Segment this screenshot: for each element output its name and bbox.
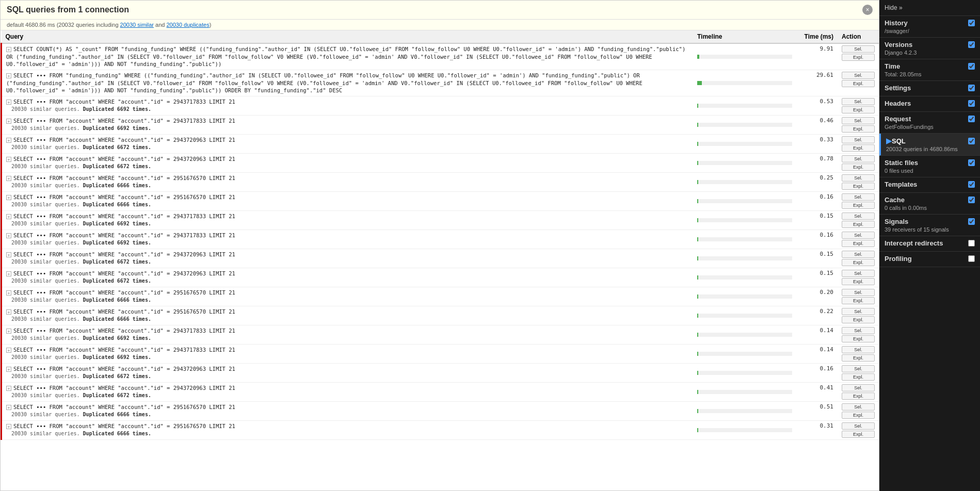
timeline-bar-wrap — [697, 314, 792, 318]
explain-button[interactable]: Expl. — [842, 259, 875, 266]
select-button[interactable]: Sel. — [842, 193, 875, 201]
timeline-bar — [697, 180, 698, 184]
rp-section-cache[interactable]: Cache0 calls in 0.00ms — [879, 193, 980, 215]
action-cell: Sel.Expl. — [838, 70, 879, 96]
explain-button[interactable]: Expl. — [842, 202, 875, 209]
rp-section-signals[interactable]: Signals39 receivers of 15 signals — [879, 215, 980, 236]
query-cell: +SELECT ••• FROM "account" WHERE "accoun… — [2, 421, 694, 440]
rp-section-settings[interactable]: Settings — [879, 81, 980, 96]
select-button[interactable]: Sel. — [842, 289, 875, 296]
explain-button[interactable]: Expl. — [842, 163, 875, 171]
select-button[interactable]: Sel. — [842, 327, 875, 334]
rp-section-versions[interactable]: VersionsDjango 4.2.3 — [879, 38, 980, 59]
timeline-bar-wrap — [697, 180, 792, 184]
action-cell: Sel.Expl. — [838, 268, 879, 287]
rp-section-history[interactable]: History/swagger/ — [879, 16, 980, 38]
query-sub-info: 20030 similar queries. Duplicated 6666 t… — [6, 297, 689, 304]
rp-checkbox-sql[interactable] — [968, 138, 975, 144]
explain-button[interactable]: Expl. — [842, 354, 875, 362]
rp-section-time[interactable]: TimeTotal: 28.05ms — [879, 59, 980, 81]
timeline-bar-wrap — [697, 218, 792, 222]
query-sub-info: 20030 similar queries. Duplicated 6692 t… — [6, 239, 689, 247]
select-button[interactable]: Sel. — [842, 346, 875, 353]
rp-checkbox-cache[interactable] — [968, 197, 975, 203]
select-button[interactable]: Sel. — [842, 72, 875, 79]
select-button[interactable]: Sel. — [842, 365, 875, 372]
rp-checkbox-static_files[interactable] — [968, 159, 975, 166]
rp-checkbox-time[interactable] — [968, 63, 975, 70]
rp-section-subtitle-signals: 39 receivers of 15 signals — [885, 226, 975, 233]
time-cell: 0.14 — [796, 325, 838, 345]
explain-button[interactable]: Expl. — [842, 373, 875, 381]
rp-checkbox-signals[interactable] — [968, 218, 975, 225]
summary-duplicates-link[interactable]: 20030 duplicates — [166, 22, 209, 28]
rp-checkbox-history[interactable] — [968, 20, 975, 26]
explain-button[interactable]: Expl. — [842, 240, 875, 247]
rp-section-intercept_redirects[interactable]: Intercept redirects — [879, 236, 980, 252]
select-button[interactable]: Sel. — [842, 155, 875, 162]
select-button[interactable]: Sel. — [842, 403, 875, 411]
summary-similar-link[interactable]: 20030 similar — [120, 22, 154, 28]
rp-checkbox-profiling[interactable] — [968, 255, 975, 262]
timeline-cell — [693, 96, 796, 116]
select-button[interactable]: Sel. — [842, 251, 875, 258]
select-button[interactable]: Sel. — [842, 384, 875, 391]
explain-button[interactable]: Expl. — [842, 125, 875, 133]
table-row: +SELECT ••• FROM "account" WHERE "accoun… — [2, 96, 879, 116]
rp-checkbox-versions[interactable] — [968, 41, 975, 48]
rp-section-subtitle-request: GetFollowFundings — [885, 124, 975, 130]
rp-section-headers[interactable]: Headers — [879, 96, 980, 112]
rp-checkbox-request[interactable] — [968, 116, 975, 122]
explain-button[interactable]: Expl. — [842, 221, 875, 228]
select-button[interactable]: Sel. — [842, 270, 875, 277]
query-sub-info: 20030 similar queries. Duplicated 6692 t… — [6, 220, 689, 227]
row-indicator: + — [6, 157, 11, 162]
select-button[interactable]: Sel. — [842, 98, 875, 105]
rp-checkbox-headers[interactable] — [968, 100, 975, 107]
rp-section-label-settings: Settings — [885, 84, 968, 92]
query-table: Query Timeline Time (ms) Action +SELECT … — [1, 30, 879, 440]
similar-text: 20030 similar queries. — [11, 412, 83, 417]
explain-button[interactable]: Expl. — [842, 297, 875, 304]
rp-section-sql[interactable]: ▶ SQL20032 queries in 4680.86ms — [879, 134, 980, 156]
action-cell: Sel.Expl. — [838, 249, 879, 268]
close-button[interactable]: × — [862, 5, 873, 15]
select-button[interactable]: Sel. — [842, 308, 875, 315]
explain-button[interactable]: Expl. — [842, 412, 875, 419]
rp-section-request[interactable]: RequestGetFollowFundings — [879, 112, 980, 134]
timeline-bar-wrap — [697, 237, 792, 241]
explain-button[interactable]: Expl. — [842, 335, 875, 342]
explain-button[interactable]: Expl. — [842, 183, 875, 190]
select-button[interactable]: Sel. — [842, 136, 875, 143]
explain-button[interactable]: Expl. — [842, 106, 875, 113]
select-button[interactable]: Sel. — [842, 212, 875, 220]
explain-button[interactable]: Expl. — [842, 316, 875, 323]
action-buttons: Sel.Expl. — [842, 365, 875, 381]
explain-button[interactable]: Expl. — [842, 144, 875, 152]
rp-section-profiling[interactable]: Profiling — [879, 252, 980, 267]
select-button[interactable]: Sel. — [842, 45, 875, 53]
explain-button[interactable]: Expl. — [842, 431, 875, 438]
table-row: +SELECT ••• FROM "account" WHERE "accoun… — [2, 230, 879, 249]
explain-button[interactable]: Expl. — [842, 392, 875, 400]
rp-checkbox-templates[interactable] — [968, 181, 975, 188]
explain-button[interactable]: Expl. — [842, 278, 875, 285]
action-buttons: Sel.Expl. — [842, 251, 875, 266]
query-cell: +SELECT ••• FROM "account" WHERE "accoun… — [2, 249, 694, 268]
explain-button[interactable]: Expl. — [842, 80, 875, 87]
rp-section-static_files[interactable]: Static files0 files used — [879, 156, 980, 177]
query-cell: +SELECT ••• FROM "account" WHERE "accoun… — [2, 402, 694, 421]
select-button[interactable]: Sel. — [842, 422, 875, 430]
select-button[interactable]: Sel. — [842, 232, 875, 239]
rp-checkbox-intercept_redirects[interactable] — [968, 240, 975, 247]
query-tbody: +SELECT COUNT(*) AS "_count" FROM "fundi… — [2, 43, 879, 440]
timeline-bar — [697, 161, 698, 165]
select-button[interactable]: Sel. — [842, 117, 875, 124]
explain-button[interactable]: Expl. — [842, 54, 875, 61]
hide-button[interactable]: Hide » — [885, 4, 903, 11]
action-cell: Sel.Expl. — [838, 135, 879, 154]
rp-checkbox-settings[interactable] — [968, 85, 975, 91]
sql-text: SELECT ••• FROM "account" WHERE "account… — [13, 118, 235, 124]
select-button[interactable]: Sel. — [842, 174, 875, 182]
rp-section-templates[interactable]: Templates — [879, 177, 980, 193]
